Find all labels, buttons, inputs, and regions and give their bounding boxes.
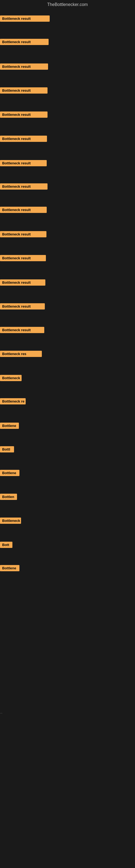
bottleneck-result-item[interactable]: Bottleneck result xyxy=(0,327,44,333)
bottleneck-result-item[interactable]: Bottleneck result xyxy=(0,16,50,22)
bottleneck-result-item[interactable]: Bottlene xyxy=(0,565,19,571)
bottleneck-result-item[interactable]: Bottleneck result xyxy=(0,183,48,190)
bottleneck-result-item[interactable]: Bottleneck result xyxy=(0,135,47,142)
bottleneck-result-item[interactable]: Bottleneck result xyxy=(0,207,47,213)
bottleneck-result-item[interactable]: Bottleneck xyxy=(0,375,21,381)
bottleneck-result-item[interactable]: Bottl xyxy=(0,446,14,453)
bottleneck-result-item[interactable]: Bottlen xyxy=(0,494,17,500)
bottleneck-result-item[interactable]: Bottleneck result xyxy=(0,112,48,118)
bottleneck-result-item[interactable]: Bottleneck result xyxy=(0,87,48,94)
bottleneck-result-item[interactable]: Bottlene xyxy=(0,423,19,429)
bottleneck-result-item[interactable]: Bottleneck xyxy=(0,518,21,524)
bottleneck-result-item[interactable]: Bottleneck result xyxy=(0,160,47,166)
bottleneck-result-item[interactable]: Bottlene xyxy=(0,470,19,476)
site-title: TheBottlenecker.com xyxy=(0,0,135,9)
bottleneck-result-item[interactable]: Bottleneck result xyxy=(0,279,45,286)
bottleneck-result-item[interactable]: Bottleneck res xyxy=(0,351,42,357)
bottleneck-result-item[interactable]: Bottleneck result xyxy=(0,231,46,237)
ellipsis-marker: ... xyxy=(0,711,2,714)
bottleneck-result-item[interactable]: Bottleneck re xyxy=(0,398,26,404)
bottleneck-result-item[interactable]: Bott xyxy=(0,542,12,548)
bottleneck-result-item[interactable]: Bottleneck result xyxy=(0,39,49,45)
bottleneck-result-item[interactable]: Bottleneck result xyxy=(0,303,45,310)
bottleneck-result-item[interactable]: Bottleneck result xyxy=(0,255,46,261)
bottleneck-result-item[interactable]: Bottleneck result xyxy=(0,63,48,70)
